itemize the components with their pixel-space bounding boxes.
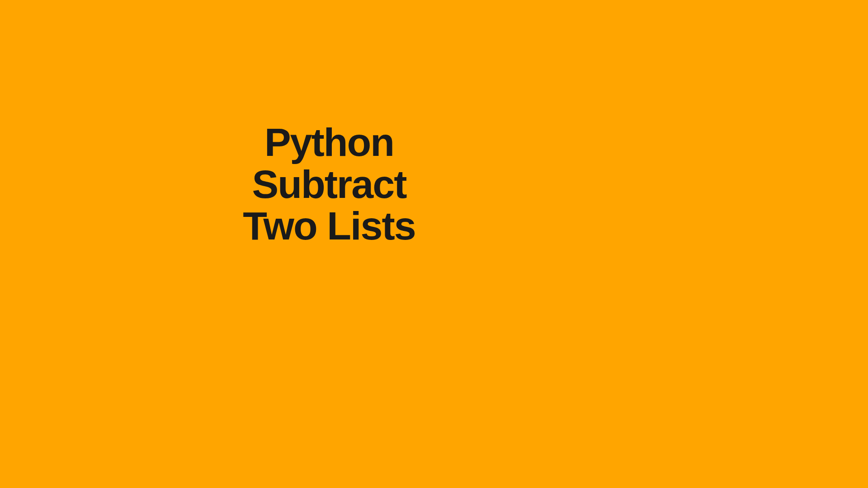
title-line-2: Subtract [243, 164, 415, 205]
title-line-1: Python [243, 122, 415, 163]
title-container: Python Subtract Two Lists [243, 122, 415, 247]
title-line-3: Two Lists [243, 205, 415, 247]
